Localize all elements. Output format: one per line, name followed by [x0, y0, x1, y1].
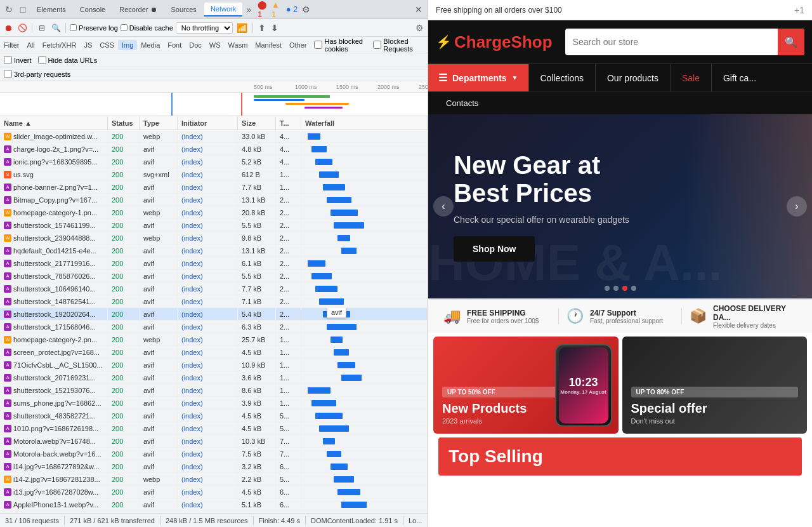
- table-row[interactable]: A i14.jpg?v=1686727892&w... 200 avif (in…: [0, 460, 428, 473]
- nav-sale[interactable]: Sale: [670, 64, 711, 91]
- table-row[interactable]: A charge-logo-2x_1.png?v=... 200 avif (i…: [0, 143, 428, 156]
- third-party-checkbox[interactable]: 3rd-party requests: [4, 70, 70, 78]
- devtools-back-icon[interactable]: ↻: [3, 3, 15, 16]
- slider-dot-1[interactable]: [605, 286, 610, 291]
- hide-data-urls-checkbox[interactable]: Hide data URLs: [38, 56, 98, 64]
- table-row[interactable]: W shutterstock_239044888... 200 webp (in…: [0, 232, 428, 244]
- filter-js[interactable]: JS: [80, 40, 96, 50]
- td-initiator[interactable]: (index): [178, 359, 238, 371]
- th-initiator[interactable]: Initiator: [178, 116, 238, 130]
- th-name[interactable]: Name ▲: [0, 116, 108, 130]
- td-initiator[interactable]: (index): [178, 308, 238, 320]
- filter-wasm[interactable]: Wasm: [225, 40, 252, 50]
- announcement-plus-icon[interactable]: +1: [794, 5, 804, 15]
- table-row[interactable]: A shutterstock_192020264... 200 avif (in…: [0, 308, 428, 321]
- table-row[interactable]: A 1010.png?v=1686726198... 200 avif (ind…: [0, 422, 428, 435]
- td-initiator[interactable]: (index): [178, 295, 238, 307]
- table-row[interactable]: A shutterstock_217719916... 200 avif (in…: [0, 257, 428, 270]
- table-row[interactable]: A shutterstock_785876026... 200 avif (in…: [0, 270, 428, 283]
- table-row[interactable]: A shutterstock_106496140... 200 avif (in…: [0, 283, 428, 295]
- nav2-contacts[interactable]: Contacts: [438, 98, 486, 108]
- td-initiator[interactable]: (index): [178, 346, 238, 358]
- td-initiator[interactable]: (index): [178, 244, 238, 257]
- td-initiator[interactable]: (index): [178, 194, 238, 206]
- slider-dot-4[interactable]: [631, 286, 636, 291]
- filter-all[interactable]: All: [23, 40, 38, 50]
- table-row[interactable]: A shutterstock_483582721... 200 avif (in…: [0, 410, 428, 422]
- td-initiator[interactable]: (index): [178, 168, 238, 180]
- settings-icon[interactable]: ⚙: [299, 3, 312, 16]
- hero-cta-btn[interactable]: Shop Now: [454, 236, 535, 262]
- nav-our-products[interactable]: Our products: [595, 64, 670, 91]
- filter-font[interactable]: Font: [164, 40, 185, 50]
- td-initiator[interactable]: (index): [178, 270, 238, 282]
- td-initiator[interactable]: (index): [178, 486, 238, 498]
- filter-media[interactable]: Media: [137, 40, 164, 50]
- blocked-requests-checkbox[interactable]: Blocked Requests: [373, 37, 424, 53]
- filter-css[interactable]: CSS: [96, 40, 118, 50]
- th-waterfall[interactable]: Waterfall: [301, 116, 428, 130]
- slider-dot-2[interactable]: [613, 286, 619, 291]
- filter-ws[interactable]: WS: [206, 40, 225, 50]
- td-initiator[interactable]: (index): [178, 371, 238, 384]
- td-initiator[interactable]: (index): [178, 206, 238, 218]
- td-initiator[interactable]: (index): [178, 232, 238, 244]
- filter-img[interactable]: Img: [118, 40, 137, 50]
- table-row[interactable]: A 71OicfvCsbL._AC_SL1500... 200 avif (in…: [0, 359, 428, 371]
- tab-sources[interactable]: Sources: [165, 3, 203, 16]
- td-initiator[interactable]: (index): [178, 397, 238, 409]
- promo-card-new-products[interactable]: UP TO 50% OFF New Products 2023 arrivals…: [433, 337, 619, 434]
- td-initiator[interactable]: (index): [178, 384, 238, 396]
- td-initiator[interactable]: (index): [178, 156, 238, 168]
- td-initiator[interactable]: (index): [178, 143, 238, 155]
- disable-cache-checkbox[interactable]: Disable cache: [121, 24, 173, 32]
- td-initiator[interactable]: (index): [178, 460, 238, 472]
- table-row[interactable]: A i13.jpg?v=16867287028w... 200 avif (in…: [0, 486, 428, 498]
- nav-departments-btn[interactable]: ☰ Departments ▼: [428, 64, 528, 91]
- tab-elements[interactable]: Elements: [30, 3, 72, 16]
- table-row[interactable]: A phone-banner-2.png?v=1... 200 avif (in…: [0, 181, 428, 194]
- table-row[interactable]: A ionic.png?v=1683059895... 200 avif (in…: [0, 156, 428, 168]
- slider-prev-btn[interactable]: ‹: [433, 196, 454, 217]
- tab-recorder[interactable]: Recorder ⏺: [113, 3, 163, 16]
- record-btn[interactable]: ⏺: [3, 22, 14, 34]
- table-row[interactable]: A sums_phone.jpg?v=16862... 200 avif (in…: [0, 397, 428, 410]
- td-initiator[interactable]: (index): [178, 498, 238, 510]
- filter-other[interactable]: Other: [285, 40, 311, 50]
- invert-checkbox[interactable]: Invert: [4, 56, 32, 64]
- td-initiator[interactable]: (index): [178, 422, 238, 434]
- search-submit-btn[interactable]: 🔍: [778, 29, 804, 55]
- td-initiator[interactable]: (index): [178, 333, 238, 345]
- nav-gift-cards[interactable]: Gift ca...: [711, 64, 768, 91]
- table-row[interactable]: A hqdefault_0cd14215-e4e... 200 avif (in…: [0, 244, 428, 257]
- slider-next-btn[interactable]: ›: [787, 196, 807, 217]
- filter-doc[interactable]: Doc: [185, 40, 206, 50]
- throttle-select[interactable]: No throttling: [176, 22, 233, 34]
- search-btn[interactable]: 🔍: [50, 22, 62, 34]
- td-initiator[interactable]: (index): [178, 257, 238, 269]
- td-initiator[interactable]: (index): [178, 448, 238, 460]
- th-time[interactable]: T...: [276, 116, 301, 130]
- filter-manifest[interactable]: Manifest: [251, 40, 285, 50]
- slider-dot-3[interactable]: [622, 286, 627, 291]
- td-initiator[interactable]: (index): [178, 219, 238, 231]
- clear-btn[interactable]: 🚫: [16, 22, 28, 34]
- table-row[interactable]: A shutterstock_152193076... 200 avif (in…: [0, 384, 428, 397]
- table-row[interactable]: A AppleIPhone13-1.webp?v... 200 avif (in…: [0, 498, 428, 511]
- wifi-icon[interactable]: 📶: [235, 23, 249, 33]
- upload-icon[interactable]: ⬆: [257, 23, 267, 33]
- more-tabs-icon[interactable]: »: [244, 3, 254, 16]
- download-icon[interactable]: ⬇: [270, 23, 280, 33]
- table-body[interactable]: W slider_image-optimized.w... 200 webp (…: [0, 130, 428, 513]
- filter-btn[interactable]: ⊟: [36, 22, 48, 34]
- table-row[interactable]: A Motorola-back.webp?v=16... 200 avif (i…: [0, 448, 428, 460]
- td-initiator[interactable]: (index): [178, 283, 238, 295]
- tab-console[interactable]: Console: [74, 3, 112, 16]
- table-row[interactable]: A shutterstock_171568046... 200 avif (in…: [0, 321, 428, 333]
- tab-network[interactable]: Network: [204, 3, 242, 17]
- table-row[interactable]: S us.svg 200 svg+xml (index) 612 B 1...: [0, 168, 428, 181]
- search-input[interactable]: [565, 37, 778, 47]
- table-row[interactable]: W slider_image-optimized.w... 200 webp (…: [0, 130, 428, 143]
- th-size[interactable]: Size: [238, 116, 276, 130]
- table-row[interactable]: W i14-2.jpg?v=16867281238... 200 webp (i…: [0, 473, 428, 486]
